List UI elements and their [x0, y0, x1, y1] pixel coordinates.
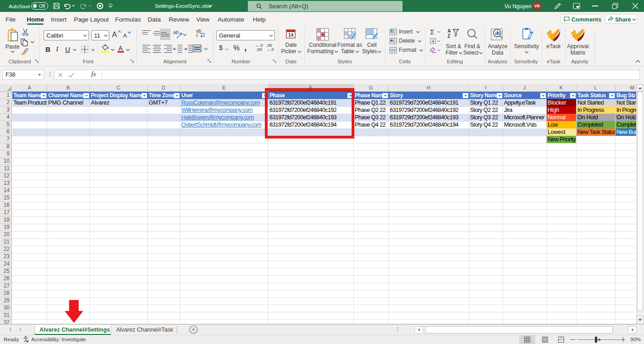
svg-text:14: 14 — [288, 33, 294, 38]
